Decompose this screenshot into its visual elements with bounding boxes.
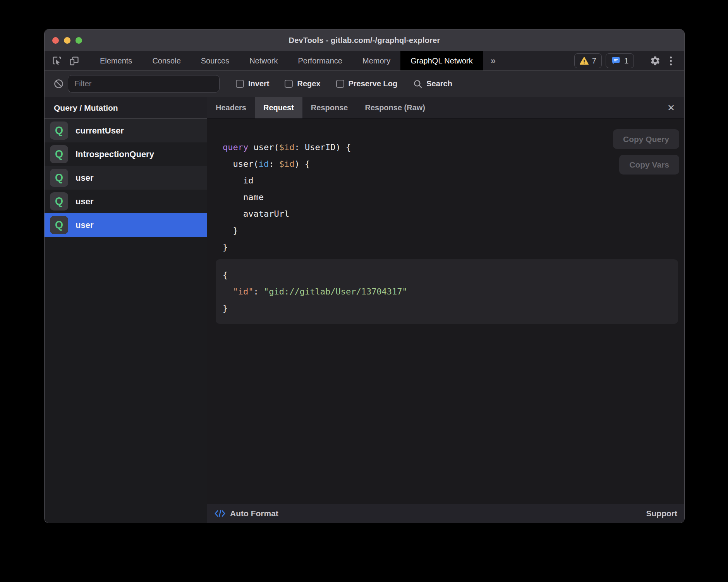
checkbox-box-preserve-log[interactable] [336,80,344,88]
detail-tab-response[interactable]: Response [302,97,357,118]
sidebar-item-user[interactable]: Quser [45,213,207,237]
query-type-badge: Q [50,145,68,163]
toolbar-tab-network[interactable]: Network [239,51,288,70]
toolbar-right-separator [641,55,641,67]
sidebar-item-user[interactable]: Quser [45,166,207,190]
checkbox-invert[interactable]: Invert [236,79,269,88]
auto-format-button[interactable]: Auto Format [214,509,278,518]
checkbox-box-regex[interactable] [285,80,293,88]
query-list: QcurrentUserQIntrospectionQueryQuserQuse… [45,119,207,237]
messages-count: 1 [624,56,628,65]
toolbar-tabs: ElementsConsoleSourcesNetworkPerformance… [90,51,483,70]
detail-tab-headers[interactable]: Headers [207,97,255,118]
copy-query-button[interactable]: Copy Query [613,129,679,149]
sidebar-item-introspectionquery[interactable]: QIntrospectionQuery [45,142,207,166]
query-type-badge: Q [50,122,68,140]
devtools-toolbar: ElementsConsoleSourcesNetworkPerformance… [45,51,684,71]
toolbar-tab-memory[interactable]: Memory [352,51,400,70]
detail-tab-request[interactable]: Request [255,97,302,118]
search-icon [413,79,423,89]
sidebar-item-user[interactable]: Quser [45,190,207,213]
query-list-header: Query / Mutation [45,97,207,119]
clear-block-icon[interactable] [52,77,65,91]
checkbox-preserve-log[interactable]: Preserve Log [336,79,398,88]
variables-box: { "id": "gid://gitlab/User/13704317"} [216,259,678,324]
detail-tab-response-raw[interactable]: Response (Raw) [356,97,434,118]
toolbar-tab-console[interactable]: Console [142,51,191,70]
query-type-badge: Q [50,169,68,187]
support-link[interactable]: Support [646,509,677,518]
device-toolbar-icon[interactable] [67,54,81,68]
titlebar: DevTools - gitlab.com/-/graphql-explorer [45,29,684,51]
filter-bar: InvertRegexPreserve Log Search [45,71,684,97]
checkbox-regex[interactable]: Regex [285,79,320,88]
request-detail-panel: HeadersRequestResponseResponse (Raw) ✕ q… [207,97,684,523]
message-icon [611,56,621,65]
toolbar-tab-sources[interactable]: Sources [191,51,239,70]
detail-tabs: HeadersRequestResponseResponse (Raw) ✕ [207,97,684,119]
more-options-kebab-icon[interactable] [666,56,676,65]
code-brackets-icon [214,509,226,518]
filter-checkboxes: InvertRegexPreserve Log [236,79,397,88]
window-title: DevTools - gitlab.com/-/graphql-explorer [45,36,684,45]
warning-icon [580,57,589,65]
messages-badge[interactable]: 1 [606,53,634,68]
devtools-window: DevTools - gitlab.com/-/graphql-explorer… [44,29,685,523]
warnings-badge[interactable]: 7 [574,53,602,68]
copy-vars-button[interactable]: Copy Vars [619,155,679,175]
query-list-panel: Query / Mutation QcurrentUserQIntrospect… [45,97,207,523]
inspect-element-icon[interactable] [50,54,64,68]
search-toggle[interactable]: Search [413,79,452,89]
filter-input[interactable] [68,75,220,92]
query-type-badge: Q [50,216,68,234]
close-panel-button[interactable]: ✕ [663,100,679,116]
settings-gear-icon[interactable] [648,54,662,68]
auto-format-label: Auto Format [230,509,278,518]
checkbox-box-invert[interactable] [236,80,244,88]
search-label: Search [426,79,452,88]
query-type-badge: Q [50,192,68,211]
detail-footer: Auto Format Support [207,504,684,523]
more-tabs-button[interactable]: » [483,51,503,70]
toolbar-tab-performance[interactable]: Performance [288,51,353,70]
warnings-count: 7 [592,56,596,65]
toolbar-tab-graphql-network[interactable]: GraphQL Network [400,51,482,70]
sidebar-item-currentuser[interactable]: QcurrentUser [45,119,207,142]
request-tab-content: query user($id: UserID) { user(id: $id) … [207,119,684,504]
graphql-query-code: query user($id: UserID) { user(id: $id) … [223,139,678,255]
toolbar-tab-elements[interactable]: Elements [90,51,142,70]
